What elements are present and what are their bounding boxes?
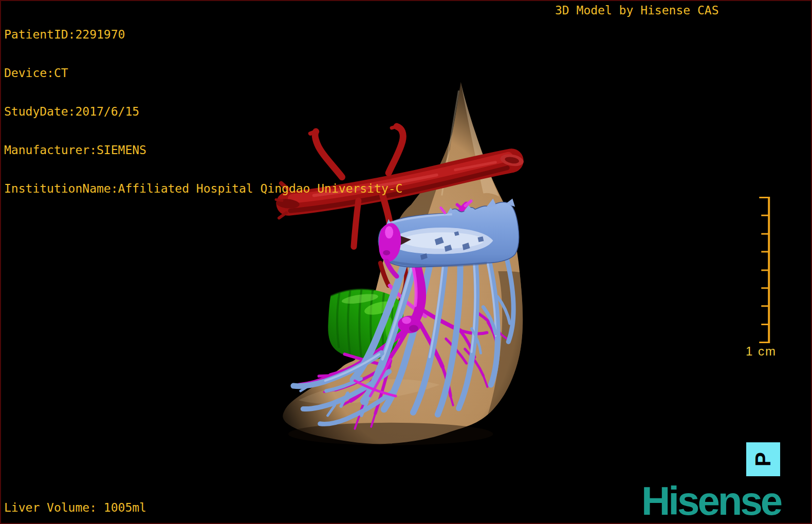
cas-3d-viewer-window: PatientID:2291970 Device:CT StudyDate:20…	[0, 0, 812, 524]
institution-text: InstitutionName:Affiliated Hospital Qing…	[4, 182, 402, 195]
study-date-text: StudyDate:2017/6/15	[4, 105, 402, 118]
manufacturer-text: Manufacturer:SIEMENS	[4, 144, 402, 157]
scale-ruler	[759, 197, 769, 343]
orientation-p-marker: P	[746, 442, 780, 476]
liver-volume-text: Liver Volume: 1005ml	[4, 501, 146, 514]
hisense-logo: Hisense	[641, 481, 781, 521]
scale-bar-label: 1 cm	[746, 344, 777, 359]
orientation-letter: P	[752, 452, 774, 466]
patient-info-overlay: PatientID:2291970 Device:CT StudyDate:20…	[4, 3, 402, 221]
device-text: Device:CT	[4, 67, 402, 80]
watermark-title: 3D Model by Hisense CAS	[555, 4, 719, 17]
patient-id-text: PatientID:2291970	[4, 28, 402, 41]
